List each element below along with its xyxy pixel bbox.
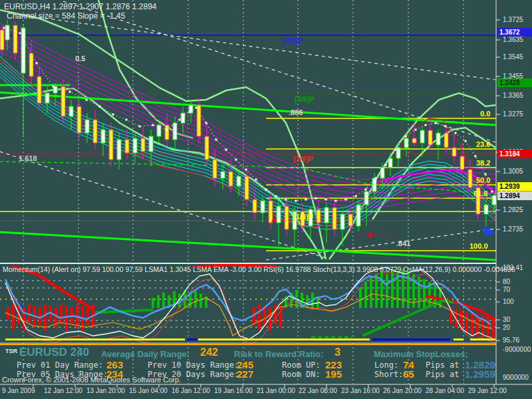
histogram-bar-red <box>39 307 41 325</box>
candle-body <box>37 76 41 103</box>
pips-at-short-label: Pips at <box>426 370 460 379</box>
white-dot <box>305 199 307 201</box>
white-dot <box>69 91 71 93</box>
candle-body <box>253 200 257 213</box>
histogram-bar-green <box>364 282 367 308</box>
indicator-tick-label: 20 <box>503 324 510 331</box>
candle-body <box>5 25 9 40</box>
candle-body <box>364 192 368 205</box>
white-dot <box>485 174 487 176</box>
histogram-bar-green <box>418 277 420 308</box>
histogram-bar-green <box>375 274 378 308</box>
histogram-bar-green <box>359 287 362 308</box>
mt4-chart-window: EURUSD,H4 1.2897 1.2907 1.2876 1.2894 Ch… <box>0 0 532 399</box>
x-axis-label: 16 Jan 12:00 <box>172 387 210 394</box>
tsr-strip-yellow <box>470 338 495 340</box>
white-dot <box>36 63 38 65</box>
candle-body <box>348 214 352 226</box>
candle-body <box>221 172 225 178</box>
prev01-label: Prev 01 Day Range: <box>17 360 103 370</box>
histogram-bar-green <box>157 295 160 308</box>
white-dot <box>99 106 101 108</box>
candle-body <box>205 136 209 160</box>
tsr-strip-yellow <box>198 338 370 340</box>
ma-ribbon-magenta <box>0 23 495 180</box>
osma-tick-label: -9000000 <box>503 346 531 353</box>
prev10-label: Prev 10 Days Range: <box>148 360 239 370</box>
time-axis[interactable]: 9 Jan 200912 Jan 12:0013 Jan 20:0015 Jan… <box>0 385 496 399</box>
candle-body <box>444 133 448 148</box>
x-axis-label: 26 Jan 20:00 <box>383 387 422 394</box>
candle-body <box>197 105 201 136</box>
indicator-tick-label: 80 <box>503 278 510 285</box>
x-axis-label: 22 Jan 08:00 <box>299 387 337 394</box>
white-dot <box>205 122 207 124</box>
histogram-bar-green <box>386 274 388 308</box>
white-dot <box>491 191 493 193</box>
histogram-bar-red <box>492 318 495 339</box>
chart-canvas[interactable] <box>0 0 532 399</box>
candle-body <box>325 207 329 223</box>
histogram-bar-green <box>306 295 309 308</box>
candle-body <box>388 158 392 168</box>
roomdn-label: Room DN: <box>282 370 321 379</box>
ma-ribbon-magenta <box>0 33 495 189</box>
chart-title: EURUSD,H4 1.2897 1.2907 1.2876 1.2894 <box>4 2 157 11</box>
white-dot <box>275 196 277 198</box>
white-dot <box>365 189 367 191</box>
white-dot <box>455 132 457 134</box>
white-dot <box>19 33 21 35</box>
histogram-bar-green <box>423 279 426 308</box>
candle-body <box>125 140 129 153</box>
indicator-tick-label: 95.76 <box>503 336 519 344</box>
tsr-strip-yellow <box>5 338 185 340</box>
white-dot <box>245 169 247 171</box>
white-dot <box>235 159 237 161</box>
candle-body <box>476 188 480 214</box>
ma-ribbon-magenta <box>0 28 495 184</box>
candle-body <box>460 156 464 170</box>
candle-body <box>277 206 281 223</box>
candle-body <box>213 160 217 178</box>
pips-at-long-label: Pips at <box>426 360 460 370</box>
trend-arrow-icon <box>483 225 495 236</box>
candle-body <box>340 214 344 229</box>
trendline <box>266 229 495 260</box>
candle-body <box>149 136 153 152</box>
x-axis-label: 29 Jan 12:00 <box>468 387 507 394</box>
roomup-label: Room UP: <box>282 360 321 370</box>
candle-body <box>468 170 472 188</box>
candle-body <box>261 201 265 213</box>
candle-body <box>61 86 65 116</box>
x-axis-label: 12 Jan 12:00 <box>44 387 82 394</box>
tsr-strip-yellow <box>454 338 464 340</box>
white-dot <box>86 99 88 101</box>
histogram-bar-red <box>86 307 89 325</box>
long-label: Long: <box>374 360 398 370</box>
white-dot <box>196 107 198 109</box>
white-dot <box>3 27 5 29</box>
short-value: 65 <box>403 368 414 380</box>
candle-body <box>436 133 440 145</box>
roomdn-value: 195 <box>325 368 342 380</box>
candle-body <box>396 148 400 158</box>
candle-body <box>492 196 496 205</box>
prev20-value: 227 <box>237 368 253 380</box>
white-dot <box>179 119 181 121</box>
band-line <box>0 88 323 259</box>
histogram-bar-green <box>391 270 394 308</box>
x-axis-label: 9 Jan 2009 <box>2 387 35 394</box>
adr-label: Average Daily Range: <box>101 349 190 359</box>
white-dot <box>315 198 317 200</box>
dotted-price-line <box>3 27 493 202</box>
histogram-bar-green <box>200 294 202 308</box>
histogram-bar-green <box>380 271 383 308</box>
price-badge: 1.3184 <box>497 150 532 158</box>
copyright: CrownForex, © 2001-2008 MetaQuotes Softw… <box>2 376 181 384</box>
frames <box>0 0 532 388</box>
candle-body <box>21 28 25 73</box>
tsr-tag: TSR <box>5 348 17 354</box>
price-axis[interactable]: 1.37251.36351.35451.34551.33651.32751.30… <box>497 0 532 384</box>
indicator-header: Momentum(14) (Alert on) 97.59 100.00 97.… <box>3 265 515 273</box>
channel-info: Channel size = 584 Slope = -1.45 <box>7 11 125 21</box>
